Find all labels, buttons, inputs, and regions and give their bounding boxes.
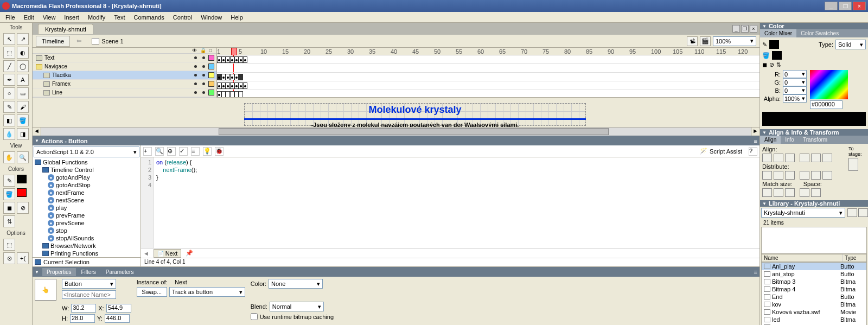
fill-color[interactable]: 🪣	[3, 188, 15, 200]
tree-action[interactable]: ●gotoAndStop	[33, 181, 141, 189]
actions-panel-header[interactable]: ▼Actions - Button ≡	[33, 136, 760, 145]
bitmap-caching-check[interactable]	[251, 313, 258, 320]
library-doc-select[interactable]: Krystaly-shrnuti▾	[761, 208, 845, 218]
stroke-color-swatch[interactable]	[769, 40, 779, 49]
layer-row[interactable]: Tlacitka	[33, 71, 216, 80]
doc-close[interactable]: ×	[750, 25, 757, 33]
pencil-tool[interactable]: ✎	[3, 101, 15, 113]
menu-control[interactable]: Control	[170, 13, 195, 22]
lasso-tool[interactable]: ◯	[17, 60, 29, 72]
tree-action[interactable]: ●stop	[33, 227, 141, 234]
color-picker[interactable]	[810, 70, 848, 99]
library-item[interactable]: Bitmap 3Bitma	[762, 278, 866, 285]
tab-color-swatches[interactable]: Color Swatches	[796, 29, 843, 37]
layer-row[interactable]: Navigace	[33, 62, 216, 71]
library-item[interactable]: Ani_playButto	[762, 263, 866, 270]
doc-restore[interactable]: ❐	[741, 25, 749, 33]
library-panel-header[interactable]: ▼Library - Krystaly-shrnuti	[760, 200, 868, 207]
help-icon[interactable]: ?	[749, 147, 757, 156]
alpha-input[interactable]: 100%▾	[783, 94, 807, 103]
document-tab[interactable]: Krystaly-shrnuti	[38, 24, 93, 34]
to-stage-toggle[interactable]	[848, 158, 858, 171]
dist-bottom[interactable]	[785, 171, 795, 180]
r-input[interactable]: 0▾	[783, 70, 807, 78]
tab-transform[interactable]: Transform	[799, 136, 832, 144]
library-item[interactable]: Kovová vazba.swfMovie	[762, 308, 866, 316]
menu-file[interactable]: File	[2, 13, 18, 22]
selection-tool[interactable]: ↖	[3, 33, 15, 45]
tree-action[interactable]: ●play	[33, 204, 141, 212]
align-panel-header[interactable]: ▼Align & Info & Transform	[760, 129, 868, 136]
tab-filters[interactable]: Filters	[77, 268, 100, 276]
frames-area[interactable]: 1510152025303540455055606570758085909510…	[217, 48, 760, 97]
match-width[interactable]	[762, 188, 772, 197]
option-smooth[interactable]: +(	[17, 252, 29, 264]
gradient-tool[interactable]: ◐	[17, 47, 29, 59]
dist-top[interactable]	[762, 171, 772, 180]
script-assist-button[interactable]: 🪄Script Assist	[697, 146, 745, 156]
swap-button[interactable]: Swap...	[137, 287, 167, 297]
option-1[interactable]: ⬚	[3, 239, 15, 251]
align-hcenter[interactable]	[774, 154, 783, 162]
frame-ruler[interactable]: 1510152025303540455055606570758085909510…	[217, 48, 760, 55]
tree-action[interactable]: ●nextFrame	[33, 189, 141, 196]
g-input[interactable]: 0▾	[783, 78, 807, 86]
no-color[interactable]: ⊘	[17, 202, 29, 214]
tree-action[interactable]: ●prevFrame	[33, 212, 141, 219]
lock-icon[interactable]: 🔒	[200, 48, 206, 53]
menu-commands[interactable]: Commands	[130, 13, 167, 22]
library-item[interactable]: Bitmap 4Bitma	[762, 285, 866, 293]
tab-color-mixer[interactable]: Color Mixer	[760, 29, 796, 37]
symbol-type-select[interactable]: Button▾	[62, 279, 116, 289]
restore-button[interactable]: ❐	[839, 2, 852, 10]
black-white[interactable]: ◼	[3, 202, 15, 214]
menu-text[interactable]: Text	[111, 13, 128, 22]
align-right[interactable]	[785, 154, 795, 162]
align-left[interactable]	[762, 154, 772, 162]
stage[interactable]: Molekulové krystaly -Jsou složeny z mole…	[33, 98, 760, 127]
align-top[interactable]	[800, 154, 809, 162]
tab-properties[interactable]: Properties	[42, 268, 76, 276]
tree-action[interactable]: ●stopAllSounds	[33, 234, 141, 242]
layer-row[interactable]: Line	[33, 88, 216, 97]
outline-icon[interactable]: □	[209, 48, 212, 53]
close-button[interactable]: ×	[853, 2, 866, 10]
align-vcenter[interactable]	[811, 154, 821, 162]
dist-hcenter[interactable]	[811, 171, 821, 180]
paint-bucket-tool[interactable]: 🪣	[17, 114, 29, 126]
tree-action[interactable]: ●nextScene	[33, 196, 141, 204]
subselection-tool[interactable]: ↗	[17, 33, 29, 45]
stroke-swatch[interactable]	[17, 175, 27, 183]
match-both[interactable]	[785, 188, 795, 197]
tree-category[interactable]: Printing Functions	[33, 250, 141, 257]
debug-icon[interactable]: 🐞	[215, 147, 224, 156]
current-selection[interactable]: Current Selection	[43, 259, 90, 265]
edit-scene-icon[interactable]: 📽	[687, 36, 698, 46]
hex-input[interactable]: #000000	[810, 100, 843, 109]
tree-action[interactable]: ●gotoAndPlay	[33, 174, 141, 181]
blend-select[interactable]: Normal▾	[270, 302, 324, 311]
check-syntax-icon[interactable]: ✓	[179, 147, 188, 156]
menu-view[interactable]: View	[40, 13, 59, 22]
space-h[interactable]	[800, 188, 809, 197]
hand-tool[interactable]: ✋	[3, 151, 15, 163]
ink-bottle-tool[interactable]: ◧	[3, 114, 15, 126]
brush-tool[interactable]: 🖌	[17, 101, 29, 113]
menu-insert[interactable]: Insert	[61, 13, 82, 22]
library-item[interactable]: ledBitma	[762, 316, 866, 323]
find-icon[interactable]: 🔍	[155, 147, 164, 156]
menu-edit[interactable]: Edit	[21, 13, 37, 22]
back-button[interactable]: ⇦	[73, 37, 84, 44]
x-input[interactable]: 544.9	[106, 304, 131, 313]
oval-tool[interactable]: ○	[3, 87, 15, 99]
actions-tree[interactable]: Global Functions Timeline Control ●gotoA…	[33, 158, 141, 257]
zoom-tool[interactable]: 🔍	[17, 151, 29, 163]
tree-category[interactable]: Browser/Network	[33, 242, 141, 250]
add-action-icon[interactable]: +	[143, 147, 152, 156]
instance-name-input[interactable]	[62, 290, 116, 299]
menu-help[interactable]: Help	[227, 13, 246, 22]
pen-tool[interactable]: ✒	[3, 74, 15, 86]
align-bottom[interactable]	[822, 154, 832, 162]
scene-name[interactable]: Scene 1	[101, 38, 123, 44]
width-input[interactable]: 30.2	[71, 304, 96, 313]
